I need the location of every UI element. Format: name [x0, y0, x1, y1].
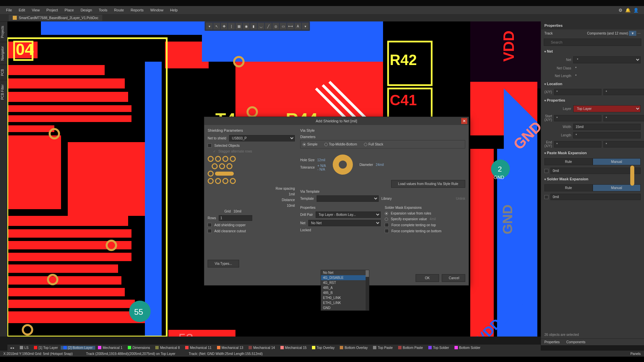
start-y[interactable]	[603, 115, 644, 121]
tool-pad[interactable]: ◉	[243, 23, 250, 29]
layer-tab[interactable]: Top Paste	[370, 346, 395, 350]
tool-move[interactable]: ✥	[221, 23, 227, 29]
menu-file[interactable]: File	[3, 7, 15, 13]
loc-y[interactable]	[603, 89, 644, 95]
panels-button[interactable]: Panels	[630, 352, 641, 356]
section-paste[interactable]: Paste Mask Expansion	[541, 149, 644, 157]
scrollbar[interactable]	[366, 270, 369, 310]
solder-check[interactable]	[544, 195, 548, 199]
radio-tmb[interactable]	[324, 143, 328, 146]
force-bottom-check[interactable]	[385, 229, 389, 233]
template-select[interactable]	[317, 195, 379, 202]
tab-properties[interactable]: Properties	[541, 339, 563, 345]
layer-tab[interactable]: LS	[17, 346, 31, 350]
dropdown-item[interactable]: No Net	[321, 270, 369, 275]
dropdown-item[interactable]: 4G_DISABLE	[321, 275, 369, 280]
layer-tab[interactable]: Mechanical 15	[278, 346, 309, 350]
layer-tab[interactable]: Bottom Overlay	[337, 346, 370, 350]
loc-x[interactable]	[554, 89, 601, 95]
via-types-button[interactable]: Via Types...	[208, 260, 239, 267]
tool-dim[interactable]: ⟷	[287, 23, 294, 29]
layer-tab[interactable]: Top Overlay	[309, 346, 337, 350]
section-properties[interactable]: Properties	[541, 96, 644, 104]
radio-simple[interactable]	[303, 143, 306, 146]
layer-tab[interactable]: Bottom Solder	[452, 346, 483, 350]
dialog-net-select[interactable]: No Net	[308, 220, 381, 226]
paste-check[interactable]	[544, 169, 548, 173]
tool-select[interactable]: ▾	[206, 23, 213, 29]
diameter[interactable]: 24mil	[376, 163, 384, 167]
start-x[interactable]	[554, 115, 601, 121]
menu-design[interactable]: Design	[77, 7, 95, 13]
end-x[interactable]	[554, 141, 601, 147]
load-rule-button[interactable]: Load values from Routing Via Style Rule	[391, 180, 465, 188]
cancel-button[interactable]: Cancel	[442, 274, 465, 282]
rail-pcb[interactable]: PCB	[0, 65, 7, 80]
dropdown-item[interactable]: 4G_RST	[321, 280, 369, 285]
width-input[interactable]	[573, 124, 641, 130]
layer-tab[interactable]: Mechanical 8	[153, 346, 182, 350]
rows-input[interactable]	[219, 215, 252, 221]
radio-full[interactable]	[364, 143, 367, 146]
tool-fill[interactable]: ▮	[250, 23, 257, 29]
net-select[interactable]: *	[573, 56, 641, 63]
dropdown-item[interactable]: 485_B	[321, 290, 369, 295]
menu-tools[interactable]: Tools	[95, 7, 111, 13]
bell-icon[interactable]: 🔔	[625, 8, 631, 13]
drill-pair-select[interactable]: Top Layer - Bottom Lay...	[316, 212, 381, 218]
close-icon[interactable]: ✕	[461, 118, 467, 124]
ok-button[interactable]: OK	[416, 274, 439, 282]
menu-help[interactable]: Help	[167, 7, 181, 13]
expand-icon[interactable]: ⋯	[637, 32, 641, 35]
layer-tab[interactable]: [1] Top Layer	[31, 346, 61, 350]
selected-objects-check[interactable]	[208, 143, 212, 147]
menu-view[interactable]: View	[29, 7, 43, 13]
section-net[interactable]: Net	[541, 47, 644, 55]
doc-tab[interactable]: SmartCardMT7688_BasedBoard_2Layer_V1.Pcb…	[9, 15, 102, 21]
paste-rule[interactable]: Rule	[544, 158, 593, 165]
menu-reports[interactable]: Reports	[127, 7, 147, 13]
tool-more[interactable]: ▾	[302, 23, 309, 29]
radio-exp-rules[interactable]	[385, 212, 388, 215]
tool-arc[interactable]: ◡	[258, 23, 264, 29]
rail-projects[interactable]: Projects	[0, 21, 7, 42]
dropdown-item[interactable]: GND	[321, 305, 369, 310]
section-location[interactable]: Location	[541, 80, 644, 88]
dropdown-item[interactable]: ETH1_LINK	[321, 300, 369, 305]
layer-select[interactable]: Top Layer	[573, 105, 641, 112]
solder-rule[interactable]: Rule	[544, 184, 593, 191]
solder-val[interactable]	[550, 194, 641, 200]
menu-place[interactable]: Place	[61, 7, 77, 13]
end-y[interactable]	[603, 141, 644, 147]
rail-navigator[interactable]: Navigator	[0, 42, 7, 65]
add-copper-check[interactable]	[208, 223, 212, 227]
layer-tab[interactable]: Mechanical 14	[246, 346, 277, 350]
tool-text[interactable]: A	[294, 23, 301, 29]
tab-components[interactable]: Components	[563, 339, 589, 345]
net-dropdown[interactable]: No Net 4G_DISABLE 4G_RST 485_A 485_B ETH…	[321, 270, 369, 311]
layer-tab[interactable]: Mechanical 13	[214, 346, 246, 350]
menu-route[interactable]: Route	[111, 7, 127, 13]
layer-tab[interactable]: Mechanical 11	[182, 346, 214, 350]
unlink-link[interactable]: Unlink	[456, 197, 465, 200]
net-to-shield-select[interactable]: USB03_P	[229, 135, 295, 141]
radio-exp-specify[interactable]	[385, 218, 388, 221]
layer-nav[interactable]: ◂ ▸	[7, 346, 17, 350]
tool-comp[interactable]: ▦	[235, 23, 242, 29]
tool-via[interactable]: ◎	[272, 23, 279, 29]
layer-tab[interactable]: Mechanical 1	[95, 346, 125, 350]
length-input[interactable]	[573, 132, 641, 138]
layer-tab[interactable]: Bottom Paste	[395, 346, 426, 350]
gear-icon[interactable]: ⚙	[619, 8, 623, 13]
user-icon[interactable]: 👤	[633, 8, 639, 13]
tool-cursor[interactable]: ↖	[213, 23, 220, 29]
search-input[interactable]	[544, 39, 641, 46]
force-top-check[interactable]	[385, 223, 389, 227]
menu-edit[interactable]: Edit	[15, 7, 29, 13]
layer-tab[interactable]: Top Solder	[426, 346, 452, 350]
rail-pcb-filter[interactable]: PCB Filter	[0, 80, 7, 104]
filter-icon[interactable]: ▼	[629, 31, 636, 36]
add-clearance-check[interactable]	[208, 229, 212, 233]
dropdown-item[interactable]: ETH0_LINK	[321, 295, 369, 300]
menu-window[interactable]: Window	[147, 7, 167, 13]
